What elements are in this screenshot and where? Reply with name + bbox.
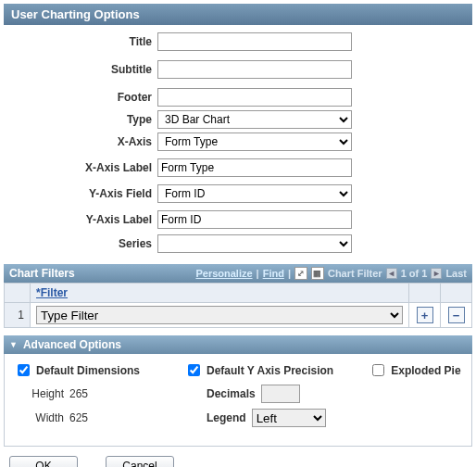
exploded-pie-checkbox[interactable] (372, 364, 384, 376)
page-title: User Charting Options (11, 7, 140, 21)
xaxis-label: X-Axis (9, 135, 157, 148)
xaxis-lbl-label: X-Axis Label (9, 161, 157, 174)
grid-icon[interactable]: ▦ (311, 267, 324, 280)
footer-label: Footer (9, 91, 157, 104)
advanced-options-title: Advanced Options (23, 338, 121, 351)
table-row: 1 Type Filter + − (5, 303, 472, 328)
chart-filters-title: Chart Filters (9, 267, 75, 280)
ok-button[interactable]: OK (9, 456, 78, 467)
pager-next-icon[interactable]: ► (431, 268, 442, 279)
default-dimensions-checkbox[interactable] (18, 364, 30, 376)
delete-row-button[interactable]: − (448, 307, 465, 323)
collapse-icon: ▼ (9, 340, 18, 349)
title-label: Title (9, 35, 157, 48)
pager-position: 1 of 1 (401, 268, 428, 279)
advanced-options-body: Default Dimensions Default Y Axis Precis… (4, 354, 472, 447)
height-value: 265 (69, 387, 88, 400)
pager-last[interactable]: Last (445, 268, 467, 279)
decimals-input (261, 385, 300, 403)
height-label: Height (14, 387, 69, 400)
exploded-pie-field[interactable]: Exploded Pie (369, 361, 460, 379)
yaxis-lbl-label: Y-Axis Label (9, 213, 157, 226)
type-label: Type (9, 113, 157, 126)
filters-table: *Filter 1 Type Filter + − (4, 283, 472, 328)
cancel-button[interactable]: Cancel (106, 456, 174, 467)
advanced-options-header[interactable]: ▼ Advanced Options (4, 335, 472, 354)
pager-prev-icon[interactable]: ◄ (386, 268, 397, 279)
xaxis-lbl-input[interactable] (157, 158, 352, 177)
filter-col-header[interactable]: *Filter (31, 284, 409, 303)
filter-cell: Type Filter (31, 303, 409, 328)
add-row-button[interactable]: + (417, 307, 433, 323)
row-number: 1 (5, 303, 31, 328)
find-link[interactable]: Find (263, 268, 284, 279)
decimals-label: Decimals (207, 387, 261, 400)
button-row: OK Cancel (4, 456, 472, 467)
yaxis-lbl-input[interactable] (157, 210, 352, 229)
default-y-precision-checkbox[interactable] (188, 364, 200, 376)
title-input[interactable] (157, 32, 352, 51)
pager-label: Chart Filter (328, 268, 382, 279)
chart-filters-header: Chart Filters Personalize | Find | ⤢ ▦ C… (4, 264, 472, 283)
series-select[interactable] (157, 234, 352, 253)
subtitle-label: Subtitle (9, 63, 157, 76)
view-all-icon[interactable]: ⤢ (294, 267, 307, 280)
series-label: Series (9, 237, 157, 250)
width-value: 625 (69, 411, 88, 424)
legend-label: Legend (207, 411, 252, 424)
filter-select[interactable]: Type Filter (36, 306, 403, 324)
footer-input[interactable] (157, 88, 352, 107)
page-header: User Charting Options (4, 4, 472, 25)
width-label: Width (14, 411, 69, 424)
default-y-precision-field[interactable]: Default Y Axis Precision (184, 361, 333, 379)
default-dimensions-field[interactable]: Default Dimensions (14, 361, 140, 379)
yaxis-field-select[interactable]: Form ID (157, 184, 352, 203)
type-select[interactable]: 3D Bar Chart (157, 110, 352, 129)
legend-select[interactable]: Left (252, 409, 326, 427)
personalize-link[interactable]: Personalize (195, 268, 252, 279)
yaxis-field-label: Y-Axis Field (9, 187, 157, 200)
form-area: Title Subtitle Footer Type 3D Bar Chart … (4, 25, 472, 264)
xaxis-select[interactable]: Form Type (157, 133, 352, 151)
chart-filters-toolbar: Personalize | Find | ⤢ ▦ Chart Filter ◄ … (195, 267, 467, 280)
subtitle-input[interactable] (157, 60, 352, 79)
